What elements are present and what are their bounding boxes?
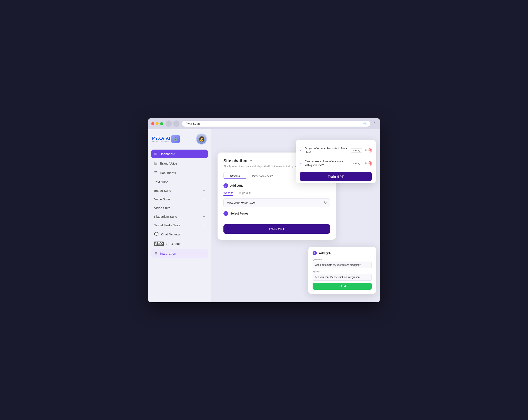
check-icon-2: ✓: [300, 161, 303, 165]
sub-tab-single-url[interactable]: Single URL: [238, 191, 252, 196]
delete-icon-2[interactable]: ⊖: [369, 161, 372, 166]
sidebar-item-brand-voice[interactable]: ▤ Brand Voice: [151, 159, 208, 168]
close-button[interactable]: [151, 122, 154, 125]
avatar[interactable]: 👩: [196, 134, 207, 145]
waiting-text-2: Can I make a clone of my voice with give…: [305, 159, 348, 167]
brand-voice-icon: ▤: [154, 161, 157, 166]
logo-tagline: SPEAK YOUR MIND!: [152, 141, 170, 142]
sidebar-item-dashboard[interactable]: ⊞ Dashboard: [151, 149, 208, 158]
sidebar-item-chat-settings[interactable]: 💬 Chat Settings +: [151, 230, 208, 238]
sidebar: PYXA.AI SPEAK YOUR MIND! 🤖 👩 ⊞ Dashboard…: [148, 129, 211, 302]
logo-robot-icon: 🤖: [171, 135, 180, 143]
step-2-num: 2: [223, 211, 228, 216]
browser-chrome: ← → Pyxa Search 🔍 ⋮: [148, 118, 380, 129]
url-input-row: ↻: [223, 198, 330, 207]
delete-icon-1[interactable]: ⊖: [369, 148, 372, 153]
edit-icon-1[interactable]: ✏: [365, 148, 367, 153]
waiting-badge-2: waiting: [351, 161, 362, 165]
logo: PYXA.AI SPEAK YOUR MIND!: [152, 136, 170, 142]
waiting-row-2: ✓ Can I make a clone of my voice with gi…: [300, 157, 372, 170]
qa-header: 1 Add Q/A: [312, 251, 372, 255]
sidebar-item-seo-tool[interactable]: SEO SEO Tool: [151, 239, 208, 248]
sidebar-item-label: Documents: [160, 171, 176, 175]
logo-text: PYXA.AI: [152, 136, 170, 140]
sub-tabs: Website Single URL: [223, 191, 330, 196]
qa-step-label: Add Q/A: [319, 251, 331, 255]
nav-buttons: ← →: [166, 120, 180, 127]
qa-question-label: Question: [312, 258, 372, 261]
expand-icon: +: [203, 189, 205, 192]
app-body: PYXA.AI SPEAK YOUR MIND! 🤖 👩 ⊞ Dashboard…: [148, 129, 380, 302]
chat-icon: 💬: [154, 232, 159, 237]
action-icons-1: ✏ ⊖: [365, 148, 372, 153]
sidebar-item-label: Brand Voice: [160, 162, 177, 165]
expand-icon: +: [203, 233, 205, 236]
maximize-button[interactable]: [160, 122, 163, 125]
sidebar-item-label: Social Media Suite: [154, 223, 180, 227]
refresh-icon[interactable]: ↻: [324, 201, 327, 205]
sidebar-item-label: Video Suite: [154, 206, 170, 210]
step-2-header: 2 Select Pages: [223, 211, 330, 216]
expand-icon: +: [203, 180, 205, 183]
forward-button[interactable]: →: [173, 120, 180, 127]
expand-icon: +: [203, 224, 205, 227]
more-button[interactable]: ⋮: [373, 121, 377, 126]
step-1-label: Add URL: [230, 184, 243, 187]
qa-answer-input[interactable]: [312, 274, 372, 281]
avatar-image: 👩: [197, 134, 206, 144]
url-input[interactable]: [227, 201, 324, 204]
waiting-popup: ✓ Do you offer any discounts in Basic pl…: [296, 140, 376, 183]
expand-icon: +: [203, 198, 205, 201]
step-2-section: 2 Select Pages: [223, 211, 330, 216]
sidebar-item-social-media-suite[interactable]: Social Media Suite +: [151, 221, 208, 229]
qa-add-button[interactable]: + Add: [312, 283, 372, 290]
tab-row: Website PDF, XLSX, CSV: [223, 172, 279, 179]
qa-answer-label: Answer: [312, 271, 372, 273]
address-bar[interactable]: Pyxa Search 🔍: [182, 121, 370, 126]
sidebar-item-integration[interactable]: ⚙ Integration: [151, 249, 208, 258]
tab-website[interactable]: Website: [224, 172, 246, 179]
sidebar-item-documents[interactable]: ☰ Documents: [151, 169, 208, 177]
minimize-button[interactable]: [156, 122, 159, 125]
step-2-label: Select Pages: [230, 212, 248, 215]
sub-tab-website[interactable]: Website: [223, 191, 233, 196]
qa-step-num: 1: [312, 251, 317, 255]
main-content: ✓ Do you offer any discounts in Basic pl…: [211, 129, 380, 302]
sidebar-header: PYXA.AI SPEAK YOUR MIND! 🤖 👩: [151, 134, 208, 145]
waiting-badge-1: waiting: [351, 148, 362, 153]
sidebar-item-label: Plagiarism Suite: [154, 215, 177, 218]
tab-pdf[interactable]: PDF, XLSX, CSV: [246, 172, 279, 179]
sidebar-item-label: Image Suite: [154, 189, 171, 192]
expand-icon: +: [203, 206, 205, 209]
sidebar-item-label: Voice Suite: [154, 197, 170, 201]
sidebar-item-voice-suite[interactable]: Voice Suite +: [151, 195, 208, 203]
documents-icon: ☰: [154, 171, 157, 175]
qa-popup: 1 Add Q/A Question Answer + Add: [308, 247, 376, 294]
sidebar-item-plagiarism-suite[interactable]: Plagiarism Suite +: [151, 213, 208, 220]
search-icon: 🔍: [363, 122, 367, 125]
expand-icon: +: [203, 215, 205, 218]
edit-icon-2[interactable]: ✏: [365, 161, 367, 166]
train-gpt-button-waiting[interactable]: Train GPT: [300, 172, 372, 181]
sidebar-item-label: Integration: [160, 252, 176, 255]
step-1-section: 1 Add URL Website Single URL ↻: [223, 183, 330, 207]
sidebar-item-label: Dashboard: [160, 152, 175, 156]
check-icon-1: ✓: [300, 148, 303, 152]
train-gpt-button-chatbot[interactable]: Train GPT: [223, 224, 330, 234]
logo-area: PYXA.AI SPEAK YOUR MIND! 🤖: [152, 135, 180, 143]
sidebar-item-video-suite[interactable]: Video Suite +: [151, 204, 208, 212]
dashboard-icon: ⊞: [154, 152, 157, 156]
address-text: Pyxa Search: [185, 122, 202, 125]
sidebar-item-image-suite[interactable]: Image Suite +: [151, 187, 208, 194]
step-1-header: 1 Add URL: [223, 183, 330, 188]
chatbot-edit-icon[interactable]: ✏: [250, 159, 252, 162]
traffic-lights: [151, 122, 163, 125]
action-icons-2: ✏ ⊖: [365, 161, 372, 166]
sidebar-item-label: SEO Tool: [166, 242, 180, 246]
back-button[interactable]: ←: [166, 120, 172, 127]
sidebar-item-label: Chat Settings: [161, 232, 180, 236]
seo-icon: SEO: [154, 241, 164, 246]
integration-icon: ⚙: [154, 251, 157, 256]
sidebar-item-text-suite[interactable]: Text Suite +: [151, 178, 208, 186]
qa-question-input[interactable]: [312, 261, 372, 268]
